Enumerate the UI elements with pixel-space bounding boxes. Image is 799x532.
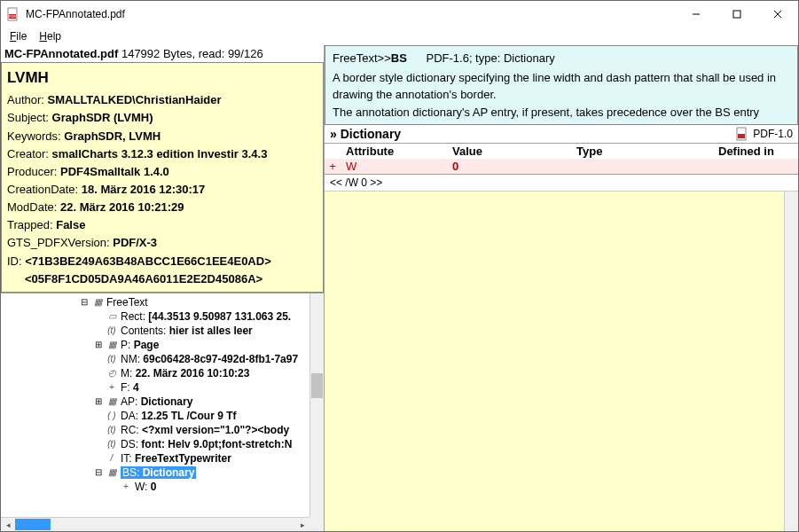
plus-small-icon: + bbox=[120, 481, 132, 493]
col-type: Type bbox=[571, 145, 713, 158]
tree-node-contents[interactable]: (t) Contents: hier ist alles leer bbox=[1, 324, 309, 338]
tree-node-ds[interactable]: (t) DS: font: Helv 9.0pt;font-stretch:N bbox=[1, 437, 309, 451]
rect-icon: ▭ bbox=[106, 310, 118, 323]
tree-vertical-scrollbar[interactable] bbox=[309, 293, 324, 517]
tree-node-p[interactable]: ⊞ ▦ P: Page bbox=[1, 338, 309, 352]
file-name: MC-FPAnnotated.pdf bbox=[4, 47, 118, 60]
text-icon: (t) bbox=[106, 353, 118, 365]
plus-icon[interactable]: ⊞ bbox=[93, 340, 104, 350]
tree-node-f[interactable]: + F: 4 bbox=[1, 380, 309, 395]
description-panel: FreeText>>BS PDF-1.6; type: Dictionary A… bbox=[325, 45, 798, 125]
breadcrumb: FreeText>>BS PDF-1.6; type: Dictionary bbox=[333, 50, 790, 67]
col-attribute: Attribute bbox=[341, 145, 447, 158]
tree-node-ap[interactable]: ⊞ ▦ AP: Dictionary bbox=[1, 395, 309, 409]
doc-title: LVMH bbox=[7, 66, 317, 90]
menu-bar: File Help bbox=[1, 27, 798, 45]
tree-node-rect[interactable]: ▭ Rect: [44.3513 9.50987 131.063 25. bbox=[1, 309, 309, 324]
file-header: MC-FPAnnotated.pdf 147992 Bytes, read: 9… bbox=[1, 45, 324, 62]
app-icon: PDF bbox=[6, 7, 20, 21]
window-minimize-button[interactable] bbox=[676, 1, 717, 27]
expand-toggle[interactable]: + bbox=[325, 160, 341, 173]
minus-icon[interactable]: ⊟ bbox=[93, 467, 104, 478]
text-icon: (t) bbox=[106, 424, 118, 436]
attr-defined bbox=[713, 160, 798, 173]
svg-rect-4 bbox=[733, 11, 740, 18]
text-icon: (t) bbox=[106, 325, 118, 337]
tree-horizontal-scrollbar[interactable]: ◂ ▸ bbox=[1, 517, 309, 531]
plus-small-icon: + bbox=[106, 381, 118, 394]
tree-node-freetext[interactable]: ⊟ ▦ FreeText bbox=[1, 295, 309, 309]
window-titlebar: PDF MC-FPAnnotated.pdf bbox=[1, 1, 798, 27]
dict-icon: ▦ bbox=[106, 466, 118, 479]
nav-row[interactable]: << /W 0 >> bbox=[325, 175, 798, 192]
description-text-1: A border style dictionary specifying the… bbox=[333, 69, 790, 104]
clock-icon: ◴ bbox=[106, 367, 118, 379]
dictionary-header: » Dictionary PDF-1.0 bbox=[325, 125, 798, 144]
description-text-2: The annotation dictionary's AP entry, if… bbox=[333, 104, 790, 121]
attr-value: 0 bbox=[447, 160, 571, 173]
content-vertical-scrollbar[interactable] bbox=[784, 192, 798, 531]
content-pane bbox=[325, 192, 798, 531]
chevron-left-icon[interactable]: ◂ bbox=[1, 518, 15, 531]
dict-icon: ▦ bbox=[91, 296, 104, 309]
object-tree-panel: ⊟ ▦ FreeText ▭ Rect: [44.3513 9.50987 13… bbox=[1, 293, 324, 531]
file-detail: 147992 Bytes, read: 99/126 bbox=[121, 47, 263, 60]
tree-node-w[interactable]: + W: 0 bbox=[1, 480, 309, 494]
pdf-version-badge: PDF-1.0 bbox=[735, 127, 793, 141]
chevron-right-icon[interactable]: ▸ bbox=[295, 518, 309, 531]
document-info-panel: LVMH Author: SMALLTALKED\ChristianHaider… bbox=[1, 62, 324, 293]
tree-node-rc[interactable]: (t) RC: <?xml version="1.0"?><body bbox=[1, 423, 309, 437]
tree-node-m[interactable]: ◴ M: 22. März 2016 10:10:23 bbox=[1, 366, 309, 380]
svg-rect-8 bbox=[738, 134, 745, 138]
menu-file[interactable]: File bbox=[4, 29, 32, 43]
slash-icon: / bbox=[106, 452, 118, 465]
attr-name: W bbox=[341, 160, 447, 173]
window-maximize-button[interactable] bbox=[717, 1, 757, 27]
attr-type bbox=[571, 160, 713, 173]
scroll-corner bbox=[309, 517, 324, 531]
plus-icon[interactable]: ⊞ bbox=[93, 396, 104, 407]
table-header-row: Attribute Value Type Defined in bbox=[325, 144, 798, 159]
pdf-icon bbox=[735, 127, 749, 141]
menu-help[interactable]: Help bbox=[34, 29, 67, 43]
tree-node-da[interactable]: ( ) DA: 12.25 TL /Cour 9 Tf bbox=[1, 409, 309, 423]
text-icon: (t) bbox=[106, 438, 118, 450]
attribute-table: Attribute Value Type Defined in + W 0 bbox=[325, 144, 798, 175]
col-defined-in: Defined in bbox=[713, 145, 798, 158]
tree-node-bs[interactable]: ⊟ ▦ BS: Dictionary bbox=[1, 466, 309, 480]
minus-icon[interactable]: ⊟ bbox=[79, 297, 90, 308]
svg-text:PDF: PDF bbox=[9, 14, 17, 19]
table-row[interactable]: + W 0 bbox=[325, 159, 798, 174]
object-tree[interactable]: ⊟ ▦ FreeText ▭ Rect: [44.3513 9.50987 13… bbox=[1, 293, 309, 517]
dict-icon: ▦ bbox=[106, 395, 118, 408]
paren-icon: ( ) bbox=[106, 410, 118, 422]
tree-node-nm[interactable]: (t) NM: 69c06428-8c97-492d-8fb1-7a97 bbox=[1, 352, 309, 366]
col-value: Value bbox=[447, 145, 571, 158]
dict-icon: ▦ bbox=[106, 339, 118, 351]
tree-node-it[interactable]: / IT: FreeTextTypewriter bbox=[1, 451, 309, 466]
window-close-button[interactable] bbox=[757, 1, 798, 27]
window-title: MC-FPAnnotated.pdf bbox=[26, 8, 676, 20]
dictionary-heading: » Dictionary bbox=[330, 127, 401, 141]
